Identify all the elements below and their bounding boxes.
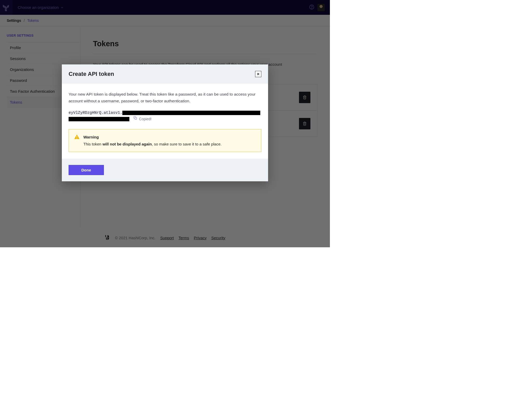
copy-icon[interactable] [133,116,137,122]
modal-description: Your new API token is displayed below. T… [69,91,261,104]
token-redacted-part: XXXXXXXXXXXXXXXXXXXXXXXXXX [69,117,129,121]
close-icon: ✕ [257,72,260,76]
modal-overlay: Create API token ✕ Your new API token is… [0,0,330,247]
modal-footer: Done [62,159,268,181]
warning-icon [74,134,80,147]
warning-text: This token will not be displayed again, … [83,141,222,147]
modal-header: Create API token ✕ [62,64,268,84]
create-token-modal: Create API token ✕ Your new API token is… [62,64,268,181]
token-redacted-part: XXXXXXXXXXXXXXXXXXXXXXXXXXXXXXXXXXXXXXXX… [122,111,260,115]
close-button[interactable]: ✕ [255,71,261,77]
token-visible-part: eyVlZyRDzgHNrQ.atlasv1. [69,111,122,115]
warning-box: Warning This token will not be displayed… [69,129,261,152]
copied-label: Copied! [139,116,151,122]
token-value[interactable]: eyVlZyRDzgHNrQ.atlasv1.XXXXXXXXXXXXXXXXX… [69,110,261,122]
svg-rect-2 [135,117,137,119]
modal-title: Create API token [69,71,255,77]
done-button[interactable]: Done [69,165,104,175]
warning-title: Warning [83,134,222,140]
